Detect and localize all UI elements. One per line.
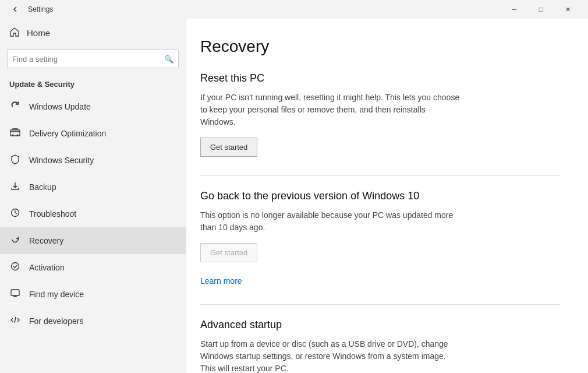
go-back-text: This option is no longer available becau… (200, 209, 462, 234)
sidebar-item-label: Find my device (29, 290, 84, 299)
sidebar: Home 🔍 Update & Security Windows Update … (0, 19, 186, 373)
sidebar-section-title: Update & Security (0, 75, 186, 93)
divider-1 (200, 175, 560, 176)
svg-point-2 (12, 263, 19, 270)
recovery-icon (9, 234, 21, 247)
titlebar: Settings ─ □ ✕ (0, 0, 588, 19)
sidebar-item-label: For developers (29, 316, 83, 326)
sidebar-home-item[interactable]: Home (0, 19, 186, 47)
sidebar-item-activation[interactable]: Activation (0, 254, 186, 281)
close-button[interactable]: ✕ (554, 0, 581, 19)
find-icon (9, 288, 21, 301)
delivery-icon (9, 127, 21, 140)
app-title: Settings (28, 5, 501, 13)
learn-more-link[interactable]: Learn more (200, 276, 242, 286)
sidebar-item-troubleshoot[interactable]: Troubleshoot (0, 200, 186, 227)
go-back-title: Go back to the previous version of Windo… (200, 190, 560, 202)
activation-icon (9, 261, 21, 274)
window-controls: ─ □ ✕ (501, 0, 581, 19)
advanced-startup-text: Start up from a device or disc (such as … (200, 338, 462, 373)
svg-rect-3 (11, 290, 19, 295)
sidebar-item-label: Activation (29, 263, 65, 272)
reset-pc-button[interactable]: Get started (200, 138, 257, 157)
page-title: Recovery (200, 37, 560, 56)
backup-icon (9, 181, 21, 193)
sidebar-item-windows-update[interactable]: Windows Update (0, 93, 186, 120)
divider-2 (200, 304, 560, 305)
reset-pc-text: If your PC isn't running well, resetting… (200, 92, 462, 128)
sidebar-item-delivery-optimization[interactable]: Delivery Optimization (0, 120, 186, 147)
sidebar-item-recovery[interactable]: Recovery (0, 227, 186, 254)
search-box[interactable]: 🔍 (7, 50, 179, 68)
sidebar-item-label: Windows Update (29, 102, 91, 111)
sidebar-item-windows-security[interactable]: Windows Security (0, 147, 186, 174)
search-input[interactable] (12, 55, 164, 64)
sidebar-item-label: Delivery Optimization (29, 129, 106, 138)
main-layout: Home 🔍 Update & Security Windows Update … (0, 19, 588, 373)
go-back-button: Get started (200, 243, 257, 262)
content-area: Recovery Reset this PC If your PC isn't … (186, 19, 588, 373)
maximize-button[interactable]: □ (527, 0, 554, 19)
sidebar-item-for-developers[interactable]: For developers (0, 308, 186, 335)
sidebar-item-backup[interactable]: Backup (0, 174, 186, 200)
sidebar-item-label: Windows Security (29, 156, 94, 165)
troubleshoot-icon (9, 207, 21, 220)
reset-pc-title: Reset this PC (200, 72, 560, 85)
refresh-icon (9, 100, 21, 113)
back-button[interactable] (7, 1, 23, 17)
search-icon: 🔍 (164, 55, 173, 64)
sidebar-item-find-my-device[interactable]: Find my device (0, 281, 186, 308)
sidebar-item-label: Troubleshoot (29, 209, 76, 219)
advanced-startup-title: Advanced startup (200, 319, 560, 331)
sidebar-item-label: Backup (29, 182, 56, 192)
shield-icon (9, 154, 21, 167)
home-label: Home (27, 28, 50, 38)
sidebar-item-label: Recovery (29, 236, 63, 245)
developers-icon (9, 315, 21, 328)
minimize-button[interactable]: ─ (501, 0, 527, 19)
home-icon (9, 27, 20, 39)
svg-rect-0 (10, 130, 20, 136)
